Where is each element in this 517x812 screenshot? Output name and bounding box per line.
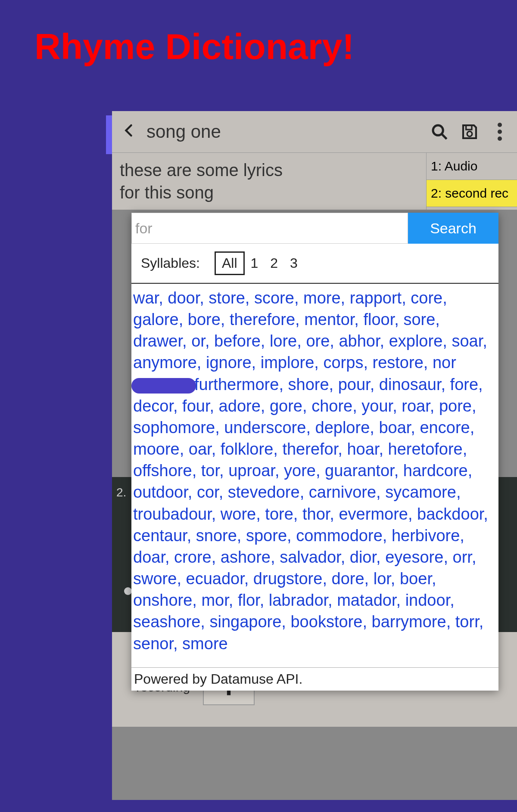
rhyme-word[interactable]: hoar [347,440,379,458]
rhyme-word[interactable]: store [209,289,245,307]
syllable-filter-all[interactable]: All [215,251,245,275]
save-icon[interactable] [457,119,483,145]
rhyme-word[interactable]: core [411,289,442,307]
rhyme-word[interactable]: snore [196,527,237,545]
rhyme-word[interactable]: flor [238,591,260,609]
rhyme-word[interactable]: shore [288,375,329,394]
rhyme-word[interactable]: dinosaur [379,375,441,394]
rhyme-word[interactable]: indoor [405,591,450,609]
rhyme-word[interactable]: offshore [133,462,192,480]
rhyme-word[interactable]: corps [323,353,363,372]
rhyme-word[interactable]: decor [133,397,173,415]
rhyme-word[interactable]: heretofore [388,440,463,458]
rhyme-word[interactable]: oar [189,440,212,458]
playhead-dot[interactable] [124,587,132,595]
rhyme-word[interactable]: fore [450,375,478,394]
rhyme-word[interactable]: onshore [133,591,192,609]
rhyme-word[interactable]: singapore [209,613,281,631]
rhyme-word[interactable]: ecuador [186,570,244,588]
rhyme-word[interactable]: orr [453,548,472,566]
rhyme-word[interactable]: soar [452,332,483,350]
syllable-filter-3[interactable]: 3 [284,253,304,274]
rhyme-word[interactable]: therefore [230,310,295,329]
rhyme-word[interactable]: furthermore [194,375,279,394]
rhyme-word[interactable]: sophomore [133,418,215,437]
rhyme-word[interactable]: mor [201,591,228,609]
rhyme-word[interactable]: carnivore [309,483,376,501]
rhyme-word[interactable]: your [361,397,392,415]
rhyme-word[interactable]: underscore [224,418,306,437]
rhyme-word[interactable]: outdoor [133,483,188,501]
rhyme-word[interactable]: tore [265,505,293,523]
rhyme-word[interactable]: evermore [339,505,408,523]
track-item[interactable]: 1: Audio [427,153,517,180]
rhyme-word[interactable]: eyesore [385,548,443,566]
rhyme-word[interactable]: wore [221,505,256,523]
rhyme-word[interactable]: labrador [269,591,328,609]
rhyme-word[interactable]: drawer [133,332,182,350]
rhyme-word[interactable]: encore [420,418,470,437]
rhyme-word[interactable]: explore [389,332,443,350]
rhyme-word[interactable]: lore [270,332,297,350]
rhyme-word[interactable]: pour [338,375,370,394]
rhyme-word[interactable]: swore [133,570,177,588]
more-menu-icon[interactable] [487,119,513,145]
back-button[interactable] [116,121,142,143]
rhyme-word[interactable]: barrymore [372,613,446,631]
track-item[interactable]: 2: second rec [427,180,517,207]
rhyme-word[interactable]: dior [350,548,376,566]
rhyme-word[interactable]: boar [379,418,411,437]
rhyme-word[interactable]: torr [455,613,479,631]
rhyme-word[interactable]: floor [363,310,394,329]
search-button[interactable]: Search [408,213,498,244]
rhyme-word[interactable]: centaur [133,527,187,545]
rhyme-word[interactable]: door [168,289,199,307]
rhyme-word[interactable]: restore [373,353,424,372]
rhyme-word[interactable]: or [191,332,205,350]
rhyme-word[interactable]: crore [174,548,212,566]
rhyme-word[interactable]: four [182,397,209,415]
rhyme-word[interactable]: hardcore [403,462,468,480]
rhyme-word[interactable]: drugstore [253,570,323,588]
rhyme-word[interactable]: abhor [339,332,380,350]
rhyme-word[interactable]: stevedore [228,483,300,501]
rhyme-word[interactable]: nor [433,353,456,372]
rhyme-word[interactable]: uproar [228,462,275,480]
rhyme-word[interactable]: senor [133,635,173,653]
rhyme-word[interactable]: troubadour [133,505,212,523]
rhyme-word[interactable]: mentor [304,310,354,329]
rhyme-word[interactable]: pore [439,397,472,415]
rhyme-word[interactable]: more [303,289,341,307]
rhyme-word[interactable]: thor [302,505,330,523]
rhyme-word[interactable]: matador [337,591,396,609]
rhyme-word[interactable]: score [254,289,294,307]
rhyme-word[interactable]: gore [270,397,302,415]
rhyme-word[interactable]: before [214,332,261,350]
search-icon[interactable] [427,119,452,145]
rhyme-word[interactable]: galore [133,310,179,329]
rhyme-word[interactable]: ore [306,332,330,350]
rhyme-word[interactable]: anymore [133,353,197,372]
rhyme-word[interactable]: lor [374,570,391,588]
rhyme-word[interactable]: implore [261,353,315,372]
rhyme-word[interactable]: sycamore [385,483,456,501]
rhyme-word[interactable]: doar [133,548,165,566]
rhyme-word[interactable]: bookstore [290,613,362,631]
rhyme-word[interactable]: roar [402,397,430,415]
rhyme-word[interactable]: cor [197,483,219,501]
rhyme-word[interactable]: adore [219,397,261,415]
rhyme-word[interactable]: therefor [282,440,338,458]
search-input[interactable] [131,213,408,244]
rhyme-word[interactable]: herbivore [392,527,460,545]
rhyme-word[interactable]: tor [201,462,219,480]
rhyme-word[interactable]: bore [188,310,221,329]
rhyme-word[interactable]: folklore [221,440,274,458]
rhyme-word[interactable]: commodore [296,527,383,545]
rhyme-word[interactable]: rapport [350,289,402,307]
syllable-filter-2[interactable]: 2 [264,253,284,274]
rhyme-word[interactable]: deplore [315,418,370,437]
rhyme-word[interactable]: war [133,289,159,307]
rhyme-word[interactable]: backdoor [417,505,483,523]
rhyme-word[interactable]: moore [133,440,180,458]
syllable-filter-1[interactable]: 1 [245,253,265,274]
